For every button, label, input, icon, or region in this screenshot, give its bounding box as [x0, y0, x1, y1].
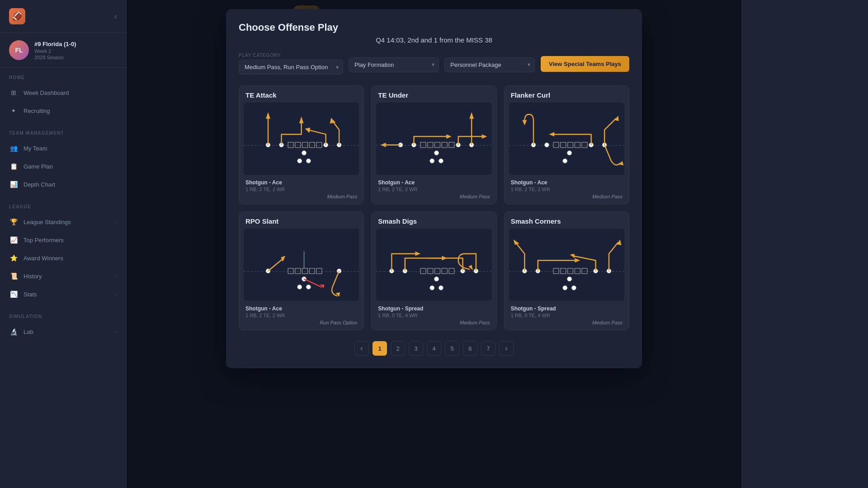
svg-rect-21 [442, 142, 448, 148]
svg-point-29 [439, 159, 443, 163]
svg-rect-69 [442, 268, 448, 274]
play-formation: Shotgun - Ace [378, 179, 490, 186]
svg-rect-2 [295, 142, 301, 148]
svg-marker-78 [415, 252, 421, 256]
play-card-te-attack[interactable]: TE Attack [239, 85, 364, 204]
sidebar-item-history[interactable]: 📜 History › [0, 267, 126, 285]
pagination-page-4-button[interactable]: 4 [427, 341, 441, 356]
sidebar-item-label: Stats [24, 291, 37, 298]
nav-label-league: LEAGUE [0, 204, 126, 213]
svg-rect-18 [421, 142, 426, 148]
svg-rect-51 [288, 268, 293, 274]
stats-icon: 📉 [9, 290, 18, 299]
play-formation-select[interactable]: Play Formation Shotgun - Ace Shotgun - S… [349, 57, 439, 72]
svg-point-59 [297, 285, 302, 289]
sidebar-item-label: History [24, 273, 42, 280]
play-card-smash-corners[interactable]: Smash Corners [504, 211, 629, 330]
play-name: RPO Slant [239, 212, 363, 229]
play-card-footer: Shotgun - Ace 1 RB, 2 TE, 2 WR Run Pass … [239, 301, 363, 330]
pagination-page-1-button[interactable]: 1 [373, 341, 387, 356]
pagination-page-3-button[interactable]: 3 [409, 341, 423, 356]
sidebar-item-award-winners[interactable]: ⭐ Award Winners [0, 249, 126, 267]
play-personnel: 1 RB, 2 TE, 2 WR [245, 313, 357, 318]
right-panel [741, 0, 868, 488]
svg-point-76 [430, 286, 434, 290]
recruiting-icon: ✦ [9, 106, 18, 115]
pagination-page-7-button[interactable]: 7 [481, 341, 495, 356]
play-formation: Shotgun - Spread [511, 305, 623, 312]
play-diagram-rpo-slant [244, 229, 359, 301]
view-special-teams-button[interactable]: View Special Teams Plays [541, 56, 629, 72]
svg-rect-36 [561, 142, 566, 148]
svg-rect-1 [288, 142, 293, 148]
sidebar-item-game-plan[interactable]: 📋 Game Plan [0, 157, 126, 175]
svg-marker-16 [330, 118, 336, 124]
sidebar-item-depth-chart[interactable]: 📊 Depth Chart [0, 175, 126, 193]
sidebar-item-recruiting[interactable]: ✦ Recruiting [0, 102, 126, 120]
play-card-flanker-curl[interactable]: Flanker Curl [504, 85, 629, 204]
svg-rect-5 [316, 142, 322, 148]
pagination-prev-button[interactable]: ‹ [354, 341, 369, 356]
play-type: Run Pass Option [245, 320, 357, 325]
nav-label-team: TEAM MANAGEMENT [0, 131, 126, 139]
svg-rect-83 [561, 268, 566, 274]
lab-icon: 🔬 [9, 327, 18, 336]
play-diagram-smash-corners [509, 229, 624, 301]
svg-point-77 [439, 286, 443, 290]
modal-subtitle: Q4 14:03, 2nd and 1 from the MISS 38 [239, 36, 629, 44]
svg-rect-3 [302, 142, 308, 148]
sidebar-collapse-button[interactable]: ‹ [114, 12, 117, 21]
sidebar-header: 🏈 ‹ [0, 0, 126, 33]
sidebar-item-label: Recruiting [24, 108, 50, 114]
play-card-rpo-slant[interactable]: RPO Slant [239, 211, 364, 330]
pagination-page-2-button[interactable]: 2 [391, 341, 405, 356]
play-personnel: 1 RB, 2 TE, 2 WR [245, 187, 357, 192]
nav-section-league: LEAGUE 🏆 League Standings › 📈 Top Perfor… [0, 197, 126, 307]
chevron-right-icon: › [115, 329, 117, 334]
svg-marker-30 [381, 143, 386, 147]
chevron-right-icon: › [115, 219, 117, 225]
svg-rect-54 [309, 268, 315, 274]
nav-label-home: HOME [0, 75, 126, 84]
play-type: Medium Pass [378, 194, 490, 199]
sidebar-item-top-performers[interactable]: 📈 Top Performers [0, 231, 126, 249]
sidebar-item-week-dashboard[interactable]: ⊞ Week Dashboard [0, 84, 126, 102]
svg-rect-66 [421, 268, 426, 274]
play-card-footer: Shotgun - Ace 1 RB, 2 TE, 2 WR Medium Pa… [239, 175, 363, 204]
svg-point-92 [562, 286, 567, 290]
play-diagram-te-under [376, 103, 491, 175]
sidebar-item-my-team[interactable]: 👥 My Team [0, 139, 126, 157]
sidebar-item-label: Award Winners [24, 255, 63, 262]
svg-rect-35 [553, 142, 559, 148]
svg-rect-39 [582, 142, 587, 148]
pagination: ‹ 1 2 3 4 5 6 7 › [239, 341, 629, 356]
pagination-next-button[interactable]: › [499, 341, 514, 356]
svg-rect-86 [582, 268, 587, 274]
sidebar-item-stats[interactable]: 📉 Stats › [0, 285, 126, 303]
pagination-page-6-button[interactable]: 6 [463, 341, 477, 356]
play-card-footer: Shotgun - Spread 1 RB, 0 TE, 4 WR Medium… [372, 301, 496, 330]
personnel-package-filter: Personnel Package 1 RB, 2 TE, 2 WR 1 RB,… [444, 56, 535, 72]
play-category-select[interactable]: Medium Pass, Run Pass Option Short Pass … [239, 60, 343, 75]
play-card-footer: Shotgun - Ace 1 RB, 2 TE, 2 WR Medium Pa… [372, 175, 496, 204]
play-name: Smash Digs [372, 212, 496, 229]
sidebar-item-league-standings[interactable]: 🏆 League Standings › [0, 213, 126, 231]
svg-marker-33 [470, 112, 474, 119]
modal-overlay: Choose Offense Play Q4 14:03, 2nd and 1 … [127, 0, 741, 488]
sidebar-item-lab[interactable]: 🔬 Lab › [0, 323, 126, 341]
svg-rect-37 [567, 142, 573, 148]
sidebar-item-label: My Team [24, 145, 47, 152]
sidebar-item-label: Top Performers [24, 237, 64, 244]
play-card-smash-digs[interactable]: Smash Digs [371, 211, 496, 330]
play-formation: Shotgun - Spread [378, 305, 490, 312]
pagination-page-5-button[interactable]: 5 [445, 341, 459, 356]
play-card-te-under[interactable]: TE Under [371, 85, 496, 204]
nav-label-simulation: SIMULATION [0, 314, 126, 323]
play-name: TE Under [372, 86, 496, 103]
chevron-right-icon: › [115, 273, 117, 279]
personnel-package-select[interactable]: Personnel Package 1 RB, 2 TE, 2 WR 1 RB,… [444, 57, 535, 72]
svg-rect-85 [575, 268, 580, 274]
svg-marker-63 [281, 256, 285, 262]
play-type: Medium Pass [511, 194, 623, 199]
team-name: #9 Florida (1-0) [34, 41, 117, 47]
